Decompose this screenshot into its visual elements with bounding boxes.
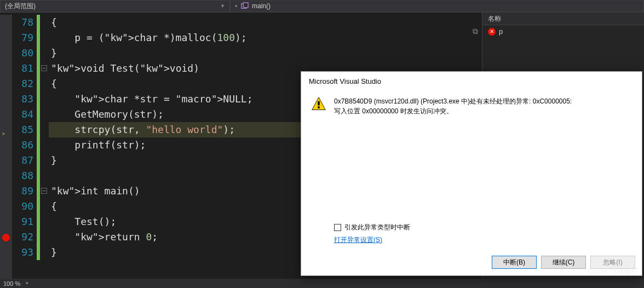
dialog-message-line1: 0x7B8540D9 (msvcr120d.dll) (Project3.exe…	[334, 96, 632, 106]
warning-icon	[311, 96, 326, 112]
line-number-gutter: 78798081828384858687888990919293	[12, 15, 37, 279]
line-number: 84	[12, 107, 33, 122]
scope-dropdown[interactable]: (全局范围) ▼	[0, 0, 230, 13]
svg-rect-4	[318, 106, 320, 108]
function-label: main()	[252, 2, 271, 10]
svg-rect-3	[318, 101, 320, 106]
line-number: 81	[12, 61, 33, 76]
fold-column[interactable]: −−	[40, 15, 49, 279]
svg-rect-1	[243, 3, 248, 8]
dialog-message-line2: 写入位置 0x00000000 时发生访问冲突。	[334, 106, 632, 116]
breakpoint-icon[interactable]	[2, 234, 10, 241]
function-dropdown[interactable]: ▾ main()	[230, 1, 644, 11]
line-number: 83	[12, 91, 33, 107]
zoom-level[interactable]: 100 %	[3, 280, 20, 287]
code-line[interactable]: p = ("kw">char *)malloc(100);	[49, 30, 482, 45]
dialog-message: 0x7B8540D9 (msvcr120d.dll) (Project3.exe…	[334, 96, 632, 214]
current-line-indicator: ➤	[2, 126, 6, 142]
chevron-down-icon: ▼	[220, 3, 225, 9]
checkbox-icon	[334, 224, 341, 231]
line-number: 88	[12, 168, 33, 183]
watch-header-name[interactable]: 名称	[482, 13, 644, 25]
checkbox-label: 引发此异常类型时中断	[344, 223, 410, 232]
line-number: 86	[12, 137, 33, 153]
code-line[interactable]: {	[49, 15, 482, 30]
function-icon	[241, 3, 249, 9]
line-number: 92	[12, 229, 33, 245]
line-number: 80	[12, 45, 33, 61]
chevron-down-icon[interactable]: ▼	[25, 281, 29, 286]
watch-row[interactable]: ✕ p	[482, 25, 644, 38]
error-icon: ✕	[488, 28, 496, 36]
fold-toggle-icon[interactable]: −	[41, 188, 47, 194]
line-number: 93	[12, 245, 33, 260]
navigation-bar: (全局范围) ▼ ▾ main()	[0, 0, 644, 13]
fold-toggle-icon[interactable]: −	[41, 65, 47, 71]
open-exception-settings-link[interactable]: 打开异常设置(S)	[334, 235, 631, 245]
line-number: 78	[12, 15, 33, 30]
ignore-button[interactable]: 忽略(I)	[590, 256, 635, 269]
status-bar: 100 % ▼	[0, 279, 644, 288]
watch-variable-name: p	[499, 27, 503, 36]
break-button[interactable]: 中断(B)	[492, 256, 537, 269]
line-number: 79	[12, 30, 33, 45]
line-number: 89	[12, 183, 33, 199]
line-number: 82	[12, 76, 33, 91]
dialog-title: Microsoft Visual Studio	[301, 72, 642, 89]
scope-label: (全局范围)	[5, 2, 36, 11]
line-number: 85	[12, 122, 33, 137]
chevron-down-icon: ▾	[235, 3, 238, 9]
line-number: 90	[12, 199, 33, 214]
breakpoint-margin[interactable]: ➤	[0, 15, 12, 279]
break-on-exception-checkbox[interactable]: 引发此异常类型时中断	[334, 223, 631, 232]
continue-button[interactable]: 继续(C)	[541, 256, 586, 269]
code-line[interactable]: }	[49, 45, 482, 61]
line-number: 91	[12, 214, 33, 229]
line-number: 87	[12, 153, 33, 168]
exception-dialog: Microsoft Visual Studio 0x7B8540D9 (msvc…	[301, 71, 642, 276]
